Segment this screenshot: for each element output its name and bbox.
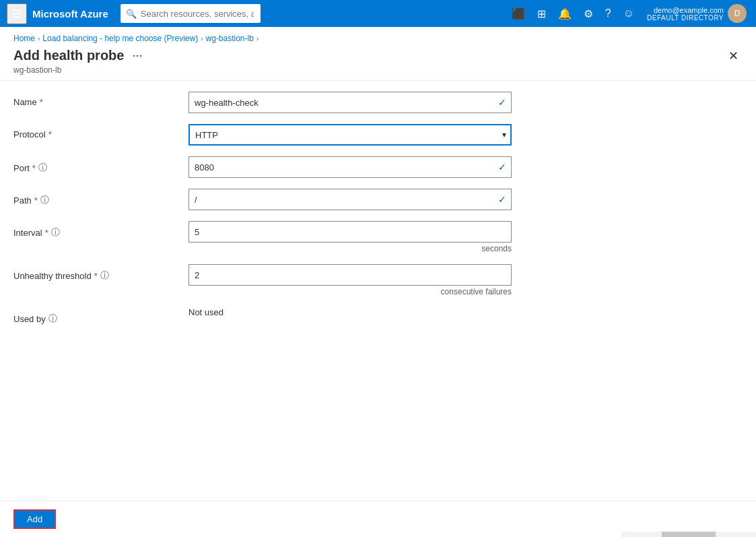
breadcrumb-resource[interactable]: wg-bastion-lb bbox=[206, 34, 254, 43]
close-button[interactable]: ✕ bbox=[724, 47, 743, 65]
unhealthy-label: Unhealthy threshold * ⓘ bbox=[13, 264, 188, 282]
used-by-row: Used by ⓘ Not used bbox=[13, 307, 743, 325]
search-input[interactable] bbox=[121, 4, 261, 23]
hamburger-button[interactable]: ☰ bbox=[7, 3, 27, 24]
brand-label: Microsoft Azure bbox=[32, 8, 108, 20]
unhealthy-info-icon[interactable]: ⓘ bbox=[100, 270, 109, 282]
breadcrumb-sep-2: › bbox=[201, 35, 203, 42]
name-input[interactable] bbox=[188, 92, 512, 113]
page-subtitle: wg-bastion-lb bbox=[13, 65, 145, 75]
name-required: * bbox=[40, 97, 43, 107]
breadcrumb-home[interactable]: Home bbox=[13, 34, 35, 43]
breadcrumb-lb[interactable]: Load balancing - help me choose (Preview… bbox=[42, 34, 198, 43]
name-row: Name * ✓ bbox=[13, 92, 743, 113]
breadcrumb: Home › Load balancing - help me choose (… bbox=[0, 27, 756, 47]
protocol-select[interactable]: HTTP HTTPS TCP bbox=[188, 124, 512, 146]
notifications-button[interactable]: 🔔 bbox=[553, 5, 576, 23]
settings-button[interactable]: ⚙ bbox=[579, 5, 598, 23]
page-header: Add health probe ··· wg-bastion-lb ✕ bbox=[0, 47, 756, 80]
port-label: Port * ⓘ bbox=[13, 156, 188, 174]
scrollbar-area[interactable] bbox=[621, 532, 756, 537]
interval-required: * bbox=[45, 228, 48, 238]
user-profile[interactable]: demo@example.com DEFAULT DIRECTORY D bbox=[644, 3, 749, 24]
protocol-row: Protocol * HTTP HTTPS TCP ▾ bbox=[13, 124, 743, 146]
scrollbar-thumb[interactable] bbox=[662, 532, 716, 537]
interval-input[interactable] bbox=[188, 221, 512, 243]
port-row: Port * ⓘ ✓ bbox=[13, 156, 743, 178]
name-check-icon: ✓ bbox=[498, 97, 506, 108]
port-required: * bbox=[32, 163, 36, 173]
used-by-value: Not used bbox=[188, 302, 224, 317]
interval-row: Interval * ⓘ seconds bbox=[13, 221, 743, 253]
port-input[interactable] bbox=[188, 156, 512, 178]
help-button[interactable]: ? bbox=[600, 5, 616, 22]
used-by-info-icon[interactable]: ⓘ bbox=[48, 313, 57, 325]
path-label: Path * ⓘ bbox=[13, 189, 188, 206]
protocol-label: Protocol * bbox=[13, 124, 188, 139]
breadcrumb-sep-1: › bbox=[38, 35, 40, 42]
interval-info-icon[interactable]: ⓘ bbox=[51, 226, 60, 239]
avatar: D bbox=[728, 4, 747, 23]
port-info-icon[interactable]: ⓘ bbox=[38, 162, 47, 174]
interval-label: Interval * ⓘ bbox=[13, 221, 188, 239]
user-email: demo@example.com bbox=[654, 6, 724, 14]
unhealthy-row: Unhealthy threshold * ⓘ consecutive fail… bbox=[13, 264, 743, 296]
port-check-icon: ✓ bbox=[498, 162, 506, 172]
breadcrumb-sep-3: › bbox=[256, 35, 259, 42]
name-label: Name * bbox=[13, 92, 188, 107]
unhealthy-required: * bbox=[94, 271, 98, 281]
used-by-label: Used by ⓘ bbox=[13, 307, 188, 325]
user-directory: DEFAULT DIRECTORY bbox=[647, 14, 724, 22]
search-icon: 🔍 bbox=[126, 9, 137, 19]
form-area: Name * ✓ Protocol * HTTP HTTPS TCP ▾ bbox=[0, 92, 756, 325]
cloud-shell-button[interactable]: ⬛ bbox=[507, 5, 530, 23]
path-info-icon[interactable]: ⓘ bbox=[40, 194, 49, 206]
feedback-button[interactable]: ☺ bbox=[619, 5, 639, 22]
path-row: Path * ⓘ ✓ bbox=[13, 189, 743, 210]
topbar: ☰ Microsoft Azure 🔍 ⬛ ⊞ 🔔 ⚙ ? ☺ demo@exa… bbox=[0, 0, 756, 27]
add-button[interactable]: Add bbox=[13, 509, 56, 529]
interval-hint: seconds bbox=[188, 244, 512, 253]
unhealthy-hint: consecutive failures bbox=[188, 287, 512, 296]
more-options-button[interactable]: ··· bbox=[129, 47, 145, 64]
page-title: Add health probe bbox=[13, 48, 124, 63]
search-wrapper: 🔍 bbox=[121, 4, 308, 23]
directory-button[interactable]: ⊞ bbox=[532, 5, 551, 23]
path-check-icon: ✓ bbox=[498, 194, 506, 205]
path-required: * bbox=[34, 195, 38, 206]
header-divider bbox=[0, 80, 756, 81]
path-input[interactable] bbox=[188, 189, 512, 210]
topbar-icons: ⬛ ⊞ 🔔 ⚙ ? ☺ bbox=[507, 5, 639, 23]
protocol-required: * bbox=[48, 129, 52, 139]
unhealthy-input[interactable] bbox=[188, 264, 512, 286]
